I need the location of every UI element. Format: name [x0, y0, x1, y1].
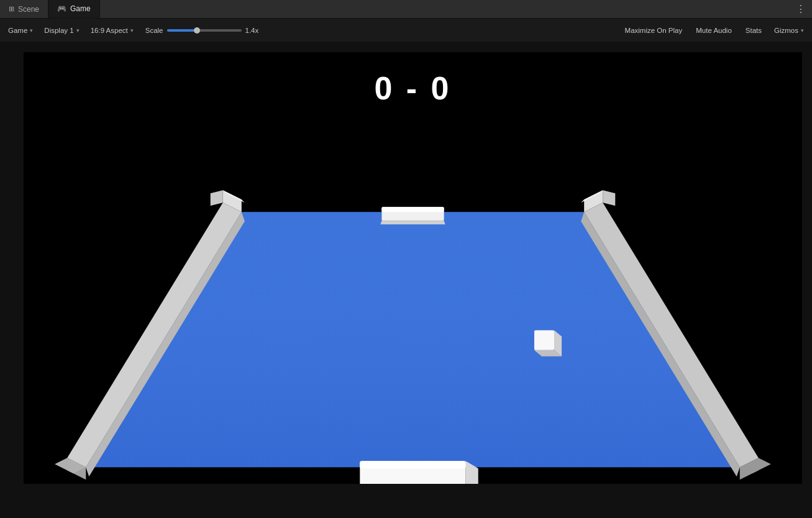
svg-rect-16 — [381, 207, 444, 212]
scale-label: Scale — [145, 27, 163, 34]
game-viewport: 0 - 0 — [0, 42, 812, 518]
display-dropdown-label: Display 1 — [44, 27, 73, 34]
scene-svg — [24, 52, 802, 484]
mute-audio-label: Mute Audio — [696, 27, 732, 34]
gizmos-dropdown-arrow: ▾ — [801, 27, 804, 34]
scale-value: 1.4x — [245, 27, 259, 34]
scale-slider-track — [167, 29, 197, 32]
game-dropdown[interactable]: Game ▾ — [4, 22, 37, 39]
aspect-dropdown[interactable]: 16:9 Aspect ▾ — [86, 22, 138, 39]
pong-scene: 0 - 0 — [24, 52, 802, 484]
scene-icon: ⊞ — [9, 5, 14, 13]
gizmos-dropdown[interactable]: Gizmos ▾ — [770, 22, 808, 39]
display-dropdown[interactable]: Display 1 ▾ — [40, 22, 83, 39]
game-dropdown-arrow: ▾ — [30, 27, 33, 34]
svg-rect-18 — [534, 330, 554, 350]
aspect-dropdown-label: 16:9 Aspect — [91, 27, 128, 34]
tab-scene-label: Scene — [18, 5, 39, 14]
tab-scene[interactable]: ⊞ Scene — [0, 0, 48, 18]
display-dropdown-arrow: ▾ — [76, 27, 80, 34]
stats-label: Stats — [746, 27, 762, 34]
toolbar: Game ▾ Display 1 ▾ 16:9 Aspect ▾ Scale 1… — [0, 19, 812, 42]
svg-marker-17 — [380, 220, 445, 224]
game-dropdown-label: Game — [8, 27, 27, 34]
tab-bar: ⊞ Scene 🎮 Game ⋮ — [0, 0, 812, 19]
tab-game-label: Game — [70, 4, 91, 13]
mute-audio-button[interactable]: Mute Audio — [690, 22, 737, 39]
scale-slider-thumb[interactable] — [194, 27, 200, 34]
score-display: 0 - 0 — [374, 70, 451, 107]
maximize-on-play-button[interactable]: Maximize On Play — [619, 22, 688, 39]
maximize-on-play-label: Maximize On Play — [625, 27, 683, 34]
aspect-dropdown-arrow: ▾ — [130, 27, 134, 34]
scale-control: Scale 1.4x — [140, 25, 264, 36]
more-button[interactable]: ⋮ — [790, 0, 812, 18]
gizmos-label: Gizmos — [774, 27, 798, 34]
tab-game[interactable]: 🎮 Game — [48, 0, 100, 18]
scale-slider[interactable] — [167, 29, 242, 32]
stats-button[interactable]: Stats — [740, 22, 767, 39]
game-icon: 🎮 — [57, 4, 66, 13]
svg-rect-22 — [360, 461, 465, 468]
game-canvas: 0 - 0 — [24, 52, 802, 484]
